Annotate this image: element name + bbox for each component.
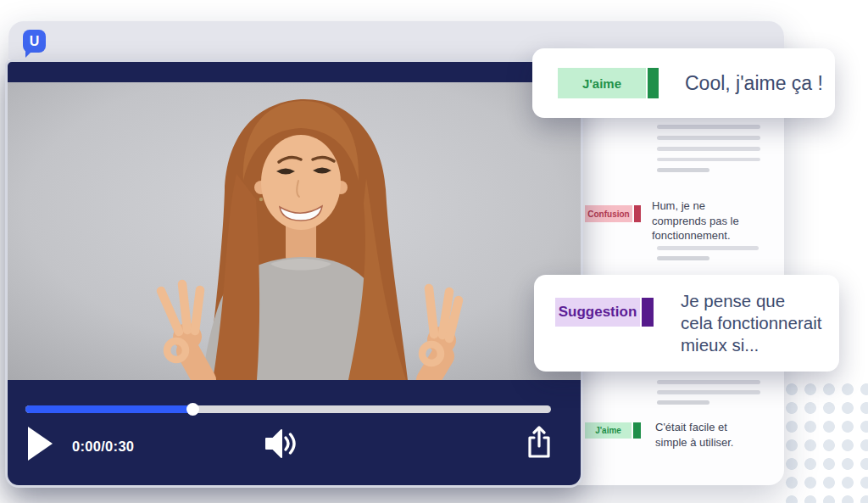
video-frame[interactable] — [8, 82, 581, 380]
like-card-text: Cool, j'aime ça ! — [685, 72, 823, 95]
suggestion-line: cela fonctionnerait — [681, 312, 821, 334]
placeholder-line — [657, 256, 709, 260]
suggestion-card-text: Je pense que cela fonctionnerait mieux s… — [681, 290, 821, 356]
placeholder-line — [657, 158, 760, 162]
usertesting-logo-icon: U — [23, 30, 46, 53]
progress-handle[interactable] — [186, 403, 199, 416]
suggestion-badge: Suggestion — [555, 298, 654, 327]
like-badge-large: J'aime — [558, 68, 659, 98]
placeholder-line — [657, 136, 760, 140]
confusion-badge: Confusion — [585, 205, 641, 222]
suggestion-line: Je pense que — [681, 290, 821, 312]
volume-icon[interactable] — [264, 427, 296, 464]
feedback-item-like[interactable]: J'aime C'était facile et simple à utilis… — [585, 422, 641, 439]
like-badge-large-bar — [648, 68, 659, 98]
suggestion-line: mieux si... — [681, 334, 821, 356]
progress-fill — [25, 405, 193, 413]
suggestion-badge-label: Suggestion — [555, 298, 640, 327]
feedback-item-confusion[interactable]: Confusion Hum, je ne comprends pas le fo… — [585, 205, 641, 222]
like-badge-large-label: J'aime — [558, 68, 646, 98]
confusion-badge-label: Confusion — [585, 205, 632, 222]
feedback-text: C'était facile et simple à utiliser. — [655, 420, 745, 450]
share-icon[interactable] — [524, 424, 554, 463]
placeholder-line — [657, 390, 760, 394]
placeholder-line — [657, 400, 709, 405]
placeholder-line — [657, 125, 760, 129]
suggestion-badge-bar — [642, 298, 654, 327]
video-player: 0:00/0:30 — [5, 59, 583, 488]
placeholder-line — [657, 246, 759, 250]
like-badge-bar — [633, 422, 641, 439]
time-label: 0:00/0:30 — [72, 439, 134, 455]
like-badge-label: J'aime — [585, 422, 632, 439]
feedback-text: Hum, je ne comprends pas le fonctionneme… — [652, 198, 754, 243]
screenshot-stage: U Confusion Hum, je ne comprends pas le … — [0, 0, 868, 503]
annotation-card-suggestion[interactable]: Suggestion Je pense que cela fonctionner… — [534, 275, 839, 372]
like-badge: J'aime — [585, 422, 641, 439]
placeholder-line — [657, 380, 760, 384]
participant-video-illustration — [8, 82, 581, 380]
confusion-badge-bar — [634, 205, 641, 222]
placeholder-line — [657, 147, 760, 151]
placeholder-line — [657, 168, 709, 172]
annotation-card-like[interactable]: J'aime Cool, j'aime ça ! — [532, 48, 835, 118]
play-icon[interactable] — [28, 427, 53, 461]
dot-grid-decoration — [781, 378, 868, 503]
progress-bar[interactable] — [25, 405, 551, 413]
